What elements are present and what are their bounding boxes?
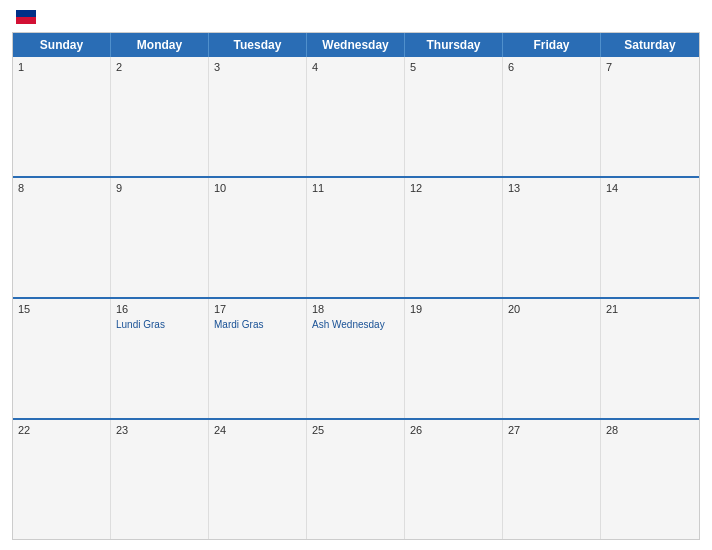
day-cell-2: 2: [111, 57, 209, 176]
day-number: 16: [116, 303, 203, 315]
day-cell-21: 21: [601, 299, 699, 418]
day-header-saturday: Saturday: [601, 33, 699, 57]
calendar-grid: SundayMondayTuesdayWednesdayThursdayFrid…: [12, 32, 700, 540]
event-label: Lundi Gras: [116, 319, 203, 330]
day-cell-15: 15: [13, 299, 111, 418]
day-header-monday: Monday: [111, 33, 209, 57]
day-cell-14: 14: [601, 178, 699, 297]
day-headers-row: SundayMondayTuesdayWednesdayThursdayFrid…: [13, 33, 699, 57]
day-cell-27: 27: [503, 420, 601, 539]
day-number: 22: [18, 424, 105, 436]
day-cell-26: 26: [405, 420, 503, 539]
day-number: 14: [606, 182, 694, 194]
day-cell-8: 8: [13, 178, 111, 297]
day-cell-20: 20: [503, 299, 601, 418]
week-row-3: 1516Lundi Gras17Mardi Gras18Ash Wednesda…: [13, 297, 699, 418]
day-cell-25: 25: [307, 420, 405, 539]
day-number: 9: [116, 182, 203, 194]
day-number: 10: [214, 182, 301, 194]
day-cell-13: 13: [503, 178, 601, 297]
day-number: 3: [214, 61, 301, 73]
header: [12, 10, 700, 24]
day-number: 6: [508, 61, 595, 73]
day-number: 12: [410, 182, 497, 194]
day-cell-7: 7: [601, 57, 699, 176]
day-number: 28: [606, 424, 694, 436]
day-number: 18: [312, 303, 399, 315]
day-header-thursday: Thursday: [405, 33, 503, 57]
svg-rect-0: [16, 10, 36, 17]
day-number: 8: [18, 182, 105, 194]
day-number: 15: [18, 303, 105, 315]
day-number: 27: [508, 424, 595, 436]
day-number: 25: [312, 424, 399, 436]
day-number: 4: [312, 61, 399, 73]
day-header-wednesday: Wednesday: [307, 33, 405, 57]
day-number: 1: [18, 61, 105, 73]
event-label: Ash Wednesday: [312, 319, 399, 330]
day-number: 17: [214, 303, 301, 315]
event-label: Mardi Gras: [214, 319, 301, 330]
day-number: 26: [410, 424, 497, 436]
day-number: 24: [214, 424, 301, 436]
day-cell-22: 22: [13, 420, 111, 539]
weeks-container: 12345678910111213141516Lundi Gras17Mardi…: [13, 57, 699, 539]
day-header-friday: Friday: [503, 33, 601, 57]
day-number: 11: [312, 182, 399, 194]
logo: [12, 10, 38, 24]
day-cell-11: 11: [307, 178, 405, 297]
day-header-sunday: Sunday: [13, 33, 111, 57]
day-cell-12: 12: [405, 178, 503, 297]
day-number: 7: [606, 61, 694, 73]
svg-rect-1: [16, 17, 36, 24]
day-cell-3: 3: [209, 57, 307, 176]
week-row-1: 1234567: [13, 57, 699, 176]
day-header-tuesday: Tuesday: [209, 33, 307, 57]
day-cell-4: 4: [307, 57, 405, 176]
week-row-4: 22232425262728: [13, 418, 699, 539]
day-cell-16: 16Lundi Gras: [111, 299, 209, 418]
logo-flag-icon: [16, 10, 36, 24]
day-cell-23: 23: [111, 420, 209, 539]
day-cell-10: 10: [209, 178, 307, 297]
day-number: 5: [410, 61, 497, 73]
day-number: 2: [116, 61, 203, 73]
day-cell-5: 5: [405, 57, 503, 176]
calendar-page: SundayMondayTuesdayWednesdayThursdayFrid…: [0, 0, 712, 550]
day-cell-6: 6: [503, 57, 601, 176]
day-cell-17: 17Mardi Gras: [209, 299, 307, 418]
day-number: 19: [410, 303, 497, 315]
day-cell-18: 18Ash Wednesday: [307, 299, 405, 418]
day-cell-1: 1: [13, 57, 111, 176]
day-cell-9: 9: [111, 178, 209, 297]
day-number: 23: [116, 424, 203, 436]
day-cell-19: 19: [405, 299, 503, 418]
day-cell-28: 28: [601, 420, 699, 539]
day-number: 13: [508, 182, 595, 194]
day-cell-24: 24: [209, 420, 307, 539]
day-number: 21: [606, 303, 694, 315]
day-number: 20: [508, 303, 595, 315]
week-row-2: 891011121314: [13, 176, 699, 297]
